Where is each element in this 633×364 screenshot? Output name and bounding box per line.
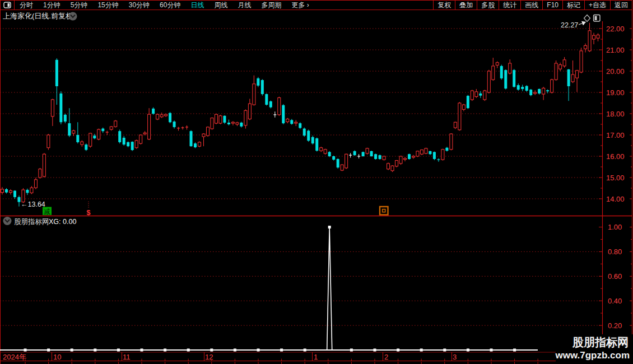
candle-body: [89, 133, 92, 146]
candle-body: [475, 92, 478, 97]
candle: [219, 115, 222, 124]
candle-body: [9, 191, 12, 193]
xg-point-marker: [467, 349, 469, 352]
period-tab-更多›[interactable]: 更多 ›: [286, 1, 314, 10]
candle-body: [509, 63, 511, 73]
indicator-axis-label: 0.60: [608, 272, 622, 281]
candle-body: [353, 151, 356, 155]
candle-body: [131, 142, 134, 150]
candle: [513, 69, 515, 87]
xg-point-marker: [71, 349, 73, 352]
date-axis-label[interactable]: 3: [453, 353, 457, 361]
period-tab-15分钟[interactable]: 15分钟: [92, 1, 123, 10]
indicator-dropdown-icon[interactable]: [3, 217, 12, 225]
period-tab-分时[interactable]: 分时: [15, 1, 38, 10]
candle: [278, 97, 281, 116]
period-tab-月线[interactable]: 月线: [232, 1, 256, 10]
candle-body: [265, 94, 268, 105]
toolbar-button-叠加[interactable]: 叠加: [455, 1, 477, 10]
period-tab-5分钟[interactable]: 5分钟: [66, 1, 93, 10]
candle-body: [425, 148, 427, 153]
period-tab-周线[interactable]: 周线: [209, 1, 232, 10]
toolbar-button-画线[interactable]: 画线: [520, 1, 542, 10]
candle-body: [391, 166, 394, 171]
candle: [374, 153, 377, 160]
date-axis-label[interactable]: 10: [53, 353, 61, 361]
candle-body: [571, 74, 574, 82]
period-tab-30分钟[interactable]: 30分钟: [124, 1, 155, 10]
candle: [387, 162, 390, 170]
candle: [43, 153, 45, 178]
toolbar-button-返回[interactable]: 返回: [610, 1, 632, 10]
watermark: 股朋指标网 www.7gpzb.com: [555, 334, 633, 364]
candle: [139, 134, 142, 144]
candle-body: [26, 190, 29, 193]
candle-body: [30, 188, 33, 193]
candle-body: [379, 155, 381, 159]
candle-body: [328, 152, 331, 156]
date-axis-label[interactable]: 2024年: [3, 353, 26, 361]
candle-body: [563, 60, 566, 66]
candle-body: [593, 35, 595, 39]
period-tab-60分钟[interactable]: 60分钟: [155, 1, 185, 10]
candle: [307, 130, 310, 142]
toolbar-button-+自选[interactable]: +自选: [584, 1, 610, 10]
candle-body: [240, 123, 243, 127]
candle-body: [479, 94, 482, 96]
candle-body: [68, 123, 71, 136]
candle: [379, 155, 381, 160]
date-axis-label[interactable]: 1: [314, 353, 318, 361]
candle-body: [59, 94, 62, 122]
candle: [416, 151, 419, 157]
candle: [206, 127, 209, 137]
toolbar-button-复权[interactable]: 复权: [433, 1, 455, 10]
candle-body: [387, 164, 390, 169]
price-axis-label: 19.00: [606, 88, 625, 97]
candle: [118, 130, 121, 144]
reduce-holding-badge[interactable]: 减: [43, 207, 52, 216]
candle-body: [34, 180, 37, 188]
date-axis-label[interactable]: 2: [384, 353, 388, 361]
candle: [324, 149, 327, 155]
chart-title-dropdown-icon[interactable]: [69, 12, 77, 21]
chart-title: 上海家化(日线.前复权): [3, 12, 75, 20]
period-tab-1分钟[interactable]: 1分钟: [38, 1, 66, 10]
candle-body: [1, 189, 4, 193]
candle-body: [555, 63, 557, 80]
candle-body: [366, 148, 369, 153]
candle-body: [39, 169, 41, 178]
candle-body: [303, 129, 306, 136]
candle: [345, 153, 348, 169]
period-tab-日线[interactable]: 日线: [185, 1, 209, 10]
candle-body: [395, 161, 398, 166]
candle-body: [538, 89, 541, 94]
candle: [408, 153, 411, 160]
candle-body: [13, 191, 16, 197]
candle: [458, 102, 461, 130]
candle: [328, 151, 331, 157]
date-axis-label[interactable]: 11: [123, 353, 131, 361]
candle-body: [286, 119, 289, 122]
candle-body: [152, 109, 155, 114]
xg-point-marker: [117, 349, 120, 352]
toolbar-button-统计[interactable]: 统计: [499, 1, 520, 10]
candle: [366, 148, 369, 155]
xg-point-marker: [187, 349, 190, 352]
candle-body: [64, 115, 67, 122]
candle-body: [127, 142, 129, 146]
candle: [89, 133, 92, 148]
price-axis-label: 15.00: [606, 174, 625, 182]
candle-body: [202, 134, 205, 137]
toolbar-button-标记[interactable]: 标记: [562, 1, 584, 10]
candle-body: [429, 151, 431, 154]
candle-body: [118, 131, 121, 142]
candle-body: [257, 78, 259, 86]
candle: [391, 165, 394, 172]
candle: [551, 79, 553, 94]
candle-body: [93, 136, 96, 138]
split-view-icon[interactable]: [1, 1, 15, 10]
candle: [399, 156, 402, 165]
period-tab-多周期[interactable]: 多周期: [256, 1, 286, 10]
toolbar-button-F10[interactable]: F10: [542, 1, 562, 10]
toolbar-button-多股[interactable]: 多股: [477, 1, 499, 10]
